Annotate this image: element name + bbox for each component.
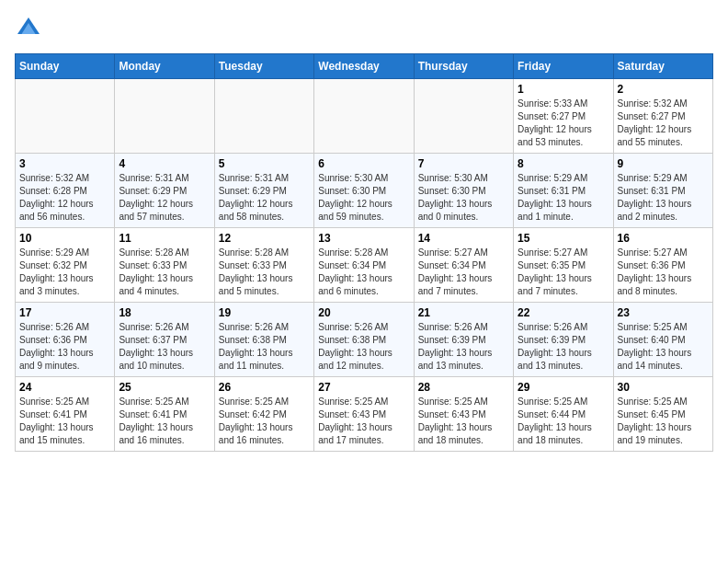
calendar-table: SundayMondayTuesdayWednesdayThursdayFrid… [15, 53, 713, 452]
day-info: Sunrise: 5:30 AM Sunset: 6:30 PM Dayligh… [418, 172, 509, 224]
calendar-day-cell: 13Sunrise: 5:28 AM Sunset: 6:34 PM Dayli… [314, 228, 414, 303]
calendar-day-cell: 7Sunrise: 5:30 AM Sunset: 6:30 PM Daylig… [414, 154, 513, 228]
calendar-week-row: 10Sunrise: 5:29 AM Sunset: 6:32 PM Dayli… [16, 228, 713, 303]
weekday-header: Monday [115, 54, 214, 79]
day-info: Sunrise: 5:31 AM Sunset: 6:29 PM Dayligh… [219, 172, 310, 224]
day-info: Sunrise: 5:28 AM Sunset: 6:34 PM Dayligh… [318, 247, 409, 298]
day-number: 28 [418, 381, 509, 394]
day-info: Sunrise: 5:25 AM Sunset: 6:43 PM Dayligh… [318, 396, 409, 447]
day-info: Sunrise: 5:26 AM Sunset: 6:39 PM Dayligh… [518, 321, 609, 373]
calendar-day-cell: 9Sunrise: 5:29 AM Sunset: 6:31 PM Daylig… [613, 154, 712, 228]
calendar-day-cell: 8Sunrise: 5:29 AM Sunset: 6:31 PM Daylig… [514, 154, 613, 228]
calendar-day-cell: 19Sunrise: 5:26 AM Sunset: 6:38 PM Dayli… [214, 303, 313, 377]
day-info: Sunrise: 5:25 AM Sunset: 6:44 PM Dayligh… [518, 396, 609, 447]
weekday-header: Sunday [16, 54, 115, 79]
calendar-day-cell: 20Sunrise: 5:26 AM Sunset: 6:38 PM Dayli… [314, 303, 414, 377]
day-number: 2 [618, 83, 709, 96]
day-number: 16 [618, 232, 709, 245]
logo [15, 15, 46, 42]
day-info: Sunrise: 5:32 AM Sunset: 6:28 PM Dayligh… [19, 172, 110, 224]
calendar-day-cell: 4Sunrise: 5:31 AM Sunset: 6:29 PM Daylig… [115, 154, 214, 228]
day-number: 21 [418, 306, 509, 319]
weekday-header: Tuesday [214, 54, 313, 79]
calendar-week-row: 17Sunrise: 5:26 AM Sunset: 6:36 PM Dayli… [16, 303, 713, 377]
day-info: Sunrise: 5:25 AM Sunset: 6:42 PM Dayligh… [219, 396, 310, 447]
calendar-day-cell: 25Sunrise: 5:25 AM Sunset: 6:41 PM Dayli… [115, 377, 214, 452]
day-info: Sunrise: 5:25 AM Sunset: 6:41 PM Dayligh… [19, 396, 110, 447]
day-number: 11 [119, 232, 210, 245]
calendar-day-cell: 14Sunrise: 5:27 AM Sunset: 6:34 PM Dayli… [414, 228, 513, 303]
day-info: Sunrise: 5:26 AM Sunset: 6:37 PM Dayligh… [119, 321, 210, 373]
day-number: 24 [19, 381, 110, 394]
calendar-day-cell [16, 79, 115, 154]
calendar-week-row: 3Sunrise: 5:32 AM Sunset: 6:28 PM Daylig… [16, 154, 713, 228]
day-number: 27 [318, 381, 409, 394]
day-info: Sunrise: 5:25 AM Sunset: 6:43 PM Dayligh… [418, 396, 509, 447]
day-info: Sunrise: 5:30 AM Sunset: 6:30 PM Dayligh… [318, 172, 409, 224]
calendar-day-cell: 24Sunrise: 5:25 AM Sunset: 6:41 PM Dayli… [16, 377, 115, 452]
calendar-day-cell: 6Sunrise: 5:30 AM Sunset: 6:30 PM Daylig… [314, 154, 414, 228]
day-number: 25 [119, 381, 210, 394]
calendar-day-cell: 5Sunrise: 5:31 AM Sunset: 6:29 PM Daylig… [214, 154, 313, 228]
day-info: Sunrise: 5:27 AM Sunset: 6:35 PM Dayligh… [518, 247, 609, 298]
day-info: Sunrise: 5:26 AM Sunset: 6:38 PM Dayligh… [318, 321, 409, 373]
calendar-day-cell: 26Sunrise: 5:25 AM Sunset: 6:42 PM Dayli… [214, 377, 313, 452]
day-info: Sunrise: 5:25 AM Sunset: 6:45 PM Dayligh… [618, 396, 709, 447]
weekday-header: Thursday [414, 54, 513, 79]
day-number: 4 [119, 157, 210, 170]
calendar-day-cell: 29Sunrise: 5:25 AM Sunset: 6:44 PM Dayli… [514, 377, 613, 452]
calendar-day-cell: 16Sunrise: 5:27 AM Sunset: 6:36 PM Dayli… [613, 228, 712, 303]
day-number: 1 [518, 83, 609, 96]
calendar-day-cell: 21Sunrise: 5:26 AM Sunset: 6:39 PM Dayli… [414, 303, 513, 377]
day-info: Sunrise: 5:31 AM Sunset: 6:29 PM Dayligh… [119, 172, 210, 224]
page-header [15, 15, 713, 42]
day-info: Sunrise: 5:26 AM Sunset: 6:36 PM Dayligh… [19, 321, 110, 373]
day-number: 6 [318, 157, 409, 170]
day-info: Sunrise: 5:29 AM Sunset: 6:31 PM Dayligh… [518, 172, 609, 224]
day-number: 30 [618, 381, 709, 394]
day-info: Sunrise: 5:28 AM Sunset: 6:33 PM Dayligh… [219, 247, 310, 298]
day-info: Sunrise: 5:25 AM Sunset: 6:41 PM Dayligh… [119, 396, 210, 447]
calendar-day-cell: 12Sunrise: 5:28 AM Sunset: 6:33 PM Dayli… [214, 228, 313, 303]
day-number: 19 [219, 306, 310, 319]
day-number: 8 [518, 157, 609, 170]
calendar-day-cell: 15Sunrise: 5:27 AM Sunset: 6:35 PM Dayli… [514, 228, 613, 303]
day-number: 7 [418, 157, 509, 170]
day-number: 12 [219, 232, 310, 245]
day-number: 18 [119, 306, 210, 319]
day-info: Sunrise: 5:33 AM Sunset: 6:27 PM Dayligh… [518, 98, 609, 149]
calendar-week-row: 1Sunrise: 5:33 AM Sunset: 6:27 PM Daylig… [16, 79, 713, 154]
day-number: 26 [219, 381, 310, 394]
day-info: Sunrise: 5:29 AM Sunset: 6:32 PM Dayligh… [19, 247, 110, 298]
day-info: Sunrise: 5:29 AM Sunset: 6:31 PM Dayligh… [618, 172, 709, 224]
calendar-day-cell [115, 79, 214, 154]
day-info: Sunrise: 5:32 AM Sunset: 6:27 PM Dayligh… [618, 98, 709, 149]
day-number: 20 [318, 306, 409, 319]
day-info: Sunrise: 5:28 AM Sunset: 6:33 PM Dayligh… [119, 247, 210, 298]
calendar-day-cell [414, 79, 513, 154]
calendar-day-cell: 30Sunrise: 5:25 AM Sunset: 6:45 PM Dayli… [613, 377, 712, 452]
day-number: 13 [318, 232, 409, 245]
calendar-day-cell: 3Sunrise: 5:32 AM Sunset: 6:28 PM Daylig… [16, 154, 115, 228]
calendar-day-cell: 17Sunrise: 5:26 AM Sunset: 6:36 PM Dayli… [16, 303, 115, 377]
day-number: 3 [19, 157, 110, 170]
weekday-header: Wednesday [314, 54, 414, 79]
logo-icon [15, 15, 42, 42]
day-info: Sunrise: 5:27 AM Sunset: 6:34 PM Dayligh… [418, 247, 509, 298]
weekday-header-row: SundayMondayTuesdayWednesdayThursdayFrid… [16, 54, 713, 79]
calendar-day-cell [314, 79, 414, 154]
calendar-week-row: 24Sunrise: 5:25 AM Sunset: 6:41 PM Dayli… [16, 377, 713, 452]
day-number: 10 [19, 232, 110, 245]
calendar-day-cell: 28Sunrise: 5:25 AM Sunset: 6:43 PM Dayli… [414, 377, 513, 452]
day-info: Sunrise: 5:26 AM Sunset: 6:38 PM Dayligh… [219, 321, 310, 373]
calendar-day-cell [214, 79, 313, 154]
day-number: 29 [518, 381, 609, 394]
calendar-day-cell: 1Sunrise: 5:33 AM Sunset: 6:27 PM Daylig… [514, 79, 613, 154]
day-number: 23 [618, 306, 709, 319]
calendar-day-cell: 22Sunrise: 5:26 AM Sunset: 6:39 PM Dayli… [514, 303, 613, 377]
day-number: 15 [518, 232, 609, 245]
day-info: Sunrise: 5:27 AM Sunset: 6:36 PM Dayligh… [618, 247, 709, 298]
calendar-day-cell: 10Sunrise: 5:29 AM Sunset: 6:32 PM Dayli… [16, 228, 115, 303]
weekday-header: Friday [514, 54, 613, 79]
day-number: 14 [418, 232, 509, 245]
